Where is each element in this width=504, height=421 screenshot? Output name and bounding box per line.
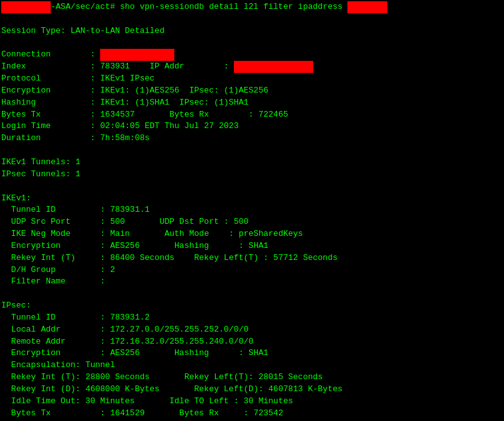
encryption-line: Encryption : IKEv1: (1)AES256 IPsec: (1)… [0,85,504,97]
ikev1-udp-ports-line: UDP Src Port : 500 UDP Dst Port : 500 [0,216,504,228]
ipsec-local-addr-value: 172.27.0.0/255.255.252.0/0/0 [110,325,249,334]
blank-line-4 [0,181,504,193]
blank-line-5 [0,288,504,300]
bytes-line: Bytes Tx : 1634537 Bytes Rx : 722465 [0,109,504,121]
ipsec-remote-addr-line: Remote Addr : 172.16.32.0/255.255.240.0/… [0,336,504,348]
ikev1-auth-mode-value: preSharedKeys [239,229,303,238]
ipsec-bytes-rx-value: 723542 [254,408,283,418]
ipsec-encap-label: Encapsulation: [1,360,86,370]
ipsec-remote-addr-value: 172.16.32.0/255.255.240.0/0/0 [110,337,254,346]
ipsec-tunnel-id-value: 783931.2 [110,313,150,322]
connection-label: Connection : [1,49,100,59]
ikev1-dh-group-label: D/H Group : [1,265,110,275]
suffix-redacted: XXXXXXXX [347,1,387,13]
encryption-label: Encryption : [1,86,100,95]
ipsec-local-addr-line: Local Addr : 172.27.0.0/255.255.252.0/0/… [0,324,504,336]
ipsec-idle-to-left-spacer: Idle TO Left : [135,396,244,406]
ikev1-neg-mode-value: Main [110,229,130,238]
session-type-line: Session Type: LAN-to-LAN Detailed [0,25,504,37]
login-time-line: Login Time : 02:04:05 EDT Thu Jul 27 202… [0,120,504,133]
ipsec-rekey-left-t-value: 28015 Seconds [259,372,323,382]
ipsec-enc-value: AES256 [110,348,140,358]
blank-line-3 [0,145,504,157]
ipsec-rekey-int-d-value: 4608000 K-Bytes [86,384,160,394]
ikev1-dh-group-value: 2 [110,265,115,275]
ikev1-rekey-int-t-value: 86400 Seconds [110,253,174,262]
ipsec-remote-addr-label: Remote Addr : [1,337,110,346]
protocol-value: IKEv1 IPsec [100,74,155,83]
header-command: -ASA/sec/act# sho vpn-sessiondb detail l… [51,2,342,11]
duration-line: Duration : 7h:58m:08s [0,133,504,145]
ipsec-tunnel-id-line: Tunnel ID : 783931.2 [0,312,504,324]
ipsec-bytes-tx-value: 1641529 [110,408,145,418]
hashing-line: Hashing : IKEv1: (1)SHA1 IPsec: (1)SHA1 [0,97,504,109]
hashing-label: Hashing : [1,98,100,107]
terminal-window: XXXXXXXXXX-ASA/sec/act# sho vpn-sessiond… [0,0,504,421]
bytes-tx-value: 1634537 [100,110,135,119]
ikev1-header-line: IKEv1: [0,193,504,205]
ikev1-udp-dst-value: 500 [234,217,249,226]
bytes-tx-label: Bytes Tx : [1,110,100,119]
ikev1-filter-name-label: Filter Name : [1,276,110,286]
ipsec-idle-line: Idle Time Out: 30 Minutes Idle TO Left :… [0,396,504,408]
ipsec-enc-label: Encryption : [1,348,110,358]
login-time-label: Login Time : [1,121,100,131]
index-label: Index : [1,62,100,71]
ipsec-encap-value: Tunnel [86,360,115,370]
ikev1-enc-hash-line: Encryption : AES256 Hashing : SHA1 [0,240,504,252]
ikev1-tunnel-id-label: Tunnel ID : [1,205,110,214]
ipsec-rekey-t-line: Rekey Int (T): 28800 Seconds Rekey Left(… [0,372,504,384]
ikev1-neg-mode-label: IKE Neg Mode : [1,229,110,238]
bytes-rx-spacer: Bytes Rx : [135,110,259,119]
ikev1-tunnel-id-value: 783931.1 [110,205,150,214]
ikev1-dh-group-line: D/H Group : 2 [0,264,504,276]
ipsec-rekey-int-t-value: 28800 Seconds [86,372,150,382]
duration-label: Duration : [1,133,100,143]
ikev1-enc-label: Encryption : [1,241,110,250]
ikev1-hash-spacer: Hashing : [139,241,249,250]
ikev1-tunnel-id-line: Tunnel ID : 783931.1 [0,204,504,216]
login-time-value: 02:04:05 EDT Thu Jul 27 2023 [100,121,238,131]
ikev1-filter-name-line: Filter Name : [0,276,504,288]
ipsec-tunnels-line: IPsec Tunnels: 1 [0,169,504,181]
ikev1-neg-auth-line: IKE Neg Mode : Main Auth Mode : preShare… [0,228,504,240]
ikev1-udp-src-label: UDP Src Port : [1,217,110,226]
connection-value-redacted: XXXXXXXXXXXXXXX [100,49,174,61]
connection-line: Connection : XXXXXXXXXXXXXXX [0,49,504,61]
ikev1-tunnels-line: IKEv1 Tunnels: 1 [0,157,504,169]
ipsec-rekey-left-t-spacer: Rekey Left(T): [150,372,259,382]
ipsec-idle-time-out-label: Idle Time Out: [1,396,86,406]
ipsec-rekey-d-line: Rekey Int (D): 4608000 K-Bytes Rekey Lef… [0,384,504,396]
ipsec-rekey-left-d-spacer: Rekey Left(D): [160,384,269,394]
ipsec-rekey-int-t-label: Rekey Int (T): [1,372,86,382]
ipsec-rekey-int-d-label: Rekey Int (D): [1,384,86,394]
ikev1-auth-mode-spacer: Auth Mode : [130,229,239,238]
index-value: 783931 [100,62,130,71]
protocol-label: Protocol : [1,74,100,83]
ikev1-rekey-int-t-label: Rekey Int (T) : [1,253,110,262]
duration-value: 7h:58m:08s [100,133,150,143]
protocol-line: Protocol : IKEv1 IPsec [0,73,504,85]
ikev1-udp-dst-spacer: UDP Dst Port : [125,217,234,226]
ipsec-tunnel-id-label: Tunnel ID : [1,313,110,322]
ipsec-encap-line: Encapsulation: Tunnel [0,359,504,372]
ikev1-rekey-line: Rekey Int (T) : 86400 Seconds Rekey Left… [0,252,504,264]
ipsec-enc-hash-line: Encryption : AES256 Hashing : SHA1 [0,347,504,359]
ipsec-header-line: IPsec: [0,300,504,312]
ipsec-hash-spacer: Hashing : [139,348,249,358]
hashing-value: IKEv1: (1)SHA1 IPsec: (1)SHA1 [100,98,249,107]
bytes-rx-value: 722465 [259,110,288,119]
ip-addr-spacer: IP Addr : [130,62,234,71]
ipsec-hash-value: SHA1 [249,348,268,358]
encryption-value: IKEv1: (1)AES256 IPsec: (1)AES256 [100,86,268,95]
header-line: XXXXXXXXXX-ASA/sec/act# sho vpn-sessiond… [0,1,504,13]
ipsec-local-addr-label: Local Addr : [1,325,110,334]
ipsec-idle-to-left-value: 30 Minutes [243,396,293,406]
blank-line-1 [0,13,504,25]
ikev1-rekey-left-t-spacer: Rekey Left(T) : [174,253,273,262]
ikev1-rekey-left-t-value: 57712 Seconds [273,253,337,262]
ipsec-rekey-left-d-value: 4607813 K-Bytes [268,384,342,394]
ipsec-idle-time-out-value: 30 Minutes [86,396,135,406]
ikev1-enc-value: AES256 [110,241,140,250]
ipsec-bytes-tx-label: Bytes Tx : [1,408,110,418]
